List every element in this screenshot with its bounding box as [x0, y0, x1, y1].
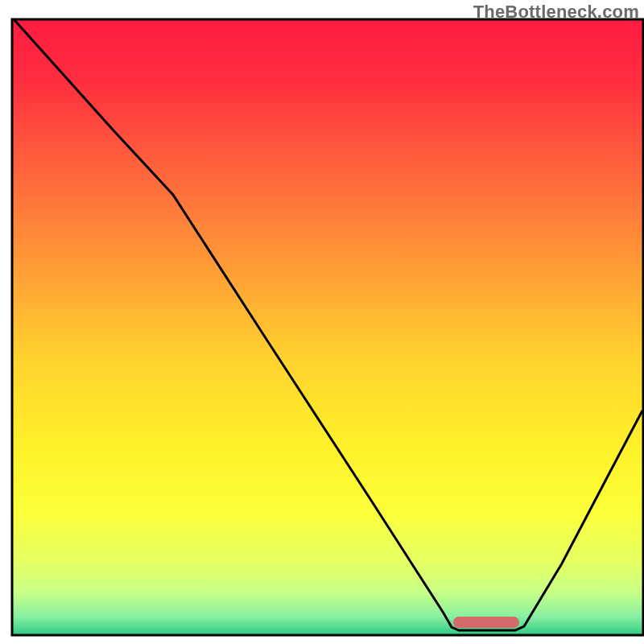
chart-svg: [0, 0, 644, 644]
watermark-text: TheBottleneck.com: [473, 2, 639, 23]
plot-background: [12, 19, 643, 635]
chart-container: TheBottleneck.com: [0, 0, 644, 644]
